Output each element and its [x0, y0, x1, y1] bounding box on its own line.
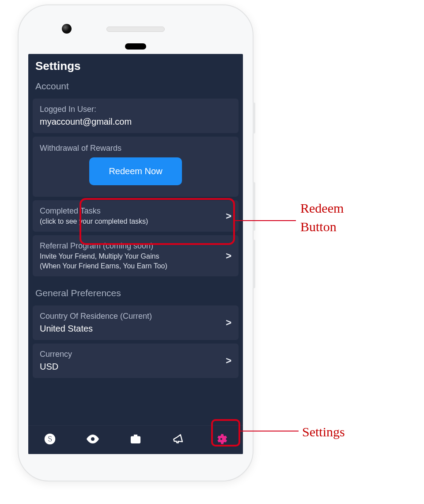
card-logged-in-user: Logged In User: myaccount@gmail.com — [33, 99, 238, 133]
nav-view[interactable] — [84, 431, 102, 449]
briefcase-icon — [129, 433, 142, 447]
volume-down-button — [253, 240, 255, 288]
annotation-text-redeem: Redeem Button — [300, 199, 389, 236]
card-country[interactable]: Country Of Residence (Current) United St… — [33, 305, 238, 340]
currency-value: USD — [40, 362, 231, 372]
withdrawal-label: Withdrawal of Rewards — [40, 144, 231, 153]
volume-up-button — [253, 182, 255, 231]
redeem-button[interactable]: Redeem Now — [89, 157, 182, 185]
annotation-line-settings — [238, 431, 299, 431]
earpiece — [106, 27, 165, 32]
currency-label: Currency — [40, 350, 231, 359]
country-label: Country Of Residence (Current) — [40, 312, 231, 321]
bottom-nav: $ — [28, 425, 243, 454]
section-label-account: Account — [28, 81, 243, 95]
annotation-text-settings: Settings — [302, 423, 345, 441]
megaphone-icon — [172, 433, 185, 447]
svg-rect-3 — [131, 436, 140, 443]
dollar-icon: $ — [44, 433, 56, 447]
card-currency[interactable]: Currency USD > — [33, 344, 238, 378]
annotation-text-line: Redeem — [300, 201, 344, 215]
country-value: United States — [40, 324, 231, 334]
card-withdrawal: Withdrawal of Rewards Redeem Now — [33, 137, 238, 197]
annotation-text-line: Button — [300, 219, 337, 234]
chevron-right-icon: > — [226, 250, 231, 262]
gear-icon — [216, 433, 227, 447]
completed-tasks-sub: (click to see your completed tasks) — [40, 218, 231, 225]
svg-point-4 — [220, 438, 223, 440]
app-screen: Settings Account Logged In User: myaccou… — [28, 54, 243, 454]
referral-label: Referral Program (coming soon) — [40, 241, 231, 251]
nav-announce[interactable] — [170, 431, 187, 449]
logged-in-value: myaccount@gmail.com — [40, 117, 231, 127]
logged-in-label: Logged In User: — [40, 105, 231, 114]
front-camera — [62, 24, 72, 34]
referral-sub2: (When Your Friend Earns, You Earn Too) — [40, 262, 231, 270]
nav-work[interactable] — [127, 431, 144, 449]
eye-icon — [86, 433, 100, 447]
page-title: Settings — [28, 54, 243, 81]
section-label-general: General Preferences — [28, 288, 243, 302]
svg-point-2 — [91, 437, 95, 441]
completed-tasks-label: Completed Tasks — [40, 206, 231, 216]
phone-frame: Settings Account Logged In User: myaccou… — [18, 4, 254, 481]
referral-sub1: Invite Your Friend, Multiply Your Gains — [40, 252, 231, 260]
sensor-pill — [125, 43, 146, 50]
chevron-right-icon: > — [226, 210, 231, 222]
nav-settings[interactable] — [212, 431, 230, 449]
chevron-right-icon: > — [226, 317, 231, 328]
card-completed-tasks[interactable]: Completed Tasks (click to see your compl… — [33, 200, 238, 232]
nav-money[interactable]: $ — [41, 431, 59, 449]
svg-text:$: $ — [48, 435, 52, 443]
annotation-line-redeem — [233, 220, 296, 221]
card-referral-program[interactable]: Referral Program (coming soon) Invite Yo… — [33, 235, 238, 276]
volume-button — [253, 103, 255, 134]
chevron-right-icon: > — [226, 355, 231, 367]
